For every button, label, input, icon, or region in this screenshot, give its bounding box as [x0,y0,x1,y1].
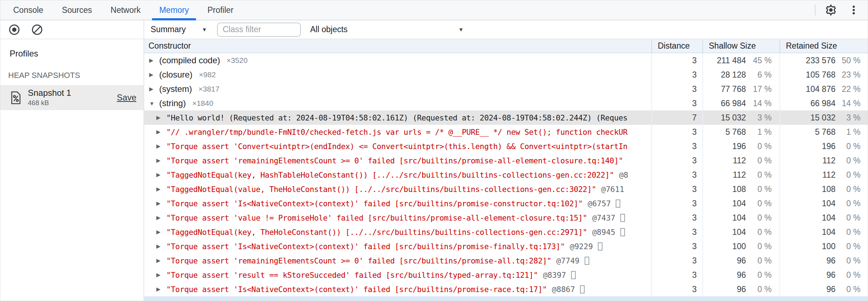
table-row[interactable]: ▶"Hello world! (Requested at: 2024-08-19… [144,110,868,125]
table-row[interactable]: ▶"Torque assert 'value != PromiseHole' f… [144,211,868,225]
constructor-cell: ▶"Torque assert 'result == kStoreSuccede… [144,268,651,282]
distance-cell: 7 [651,110,702,125]
column-header-distance[interactable]: Distance [651,39,702,53]
expand-arrow-icon[interactable]: ▶ [156,157,166,164]
table-row[interactable]: ▶"Torque assert 'Is<NativeContext>(conte… [144,282,868,296]
retained-size-cell: 960 % [779,253,868,268]
string-value: "Torque assert 'remainingElementsCount >… [166,256,551,265]
tabbar-actions [815,0,868,20]
constructor-cell: ▶"Torque assert 'Is<NativeContext>(conte… [144,282,651,296]
retained-size-cell: 1040 % [779,225,868,239]
table-row[interactable]: ▶"Torque assert 'result == kStoreSuccede… [144,268,868,282]
missing-glyph-box [585,257,589,265]
expand-arrow-icon[interactable]: ▶ [156,286,166,292]
tab-network[interactable]: Network [101,0,150,20]
expand-arrow-icon[interactable]: ▶ [156,200,166,207]
chevron-down-icon: ▼ [202,26,207,33]
constructor-cell: ▶"Torque assert 'remainingElementsCount … [144,253,651,268]
shallow-size-percent: 0 % [746,285,779,294]
table-row[interactable]: ▶"Torque assert 'Is<NativeContext>(conte… [144,239,868,253]
collapse-arrow-icon[interactable]: ▼ [149,100,159,107]
tab-memory[interactable]: Memory [150,0,198,20]
expand-arrow-icon[interactable]: ▶ [149,86,159,92]
constructor-name: (compiled code) [159,55,220,65]
table-row[interactable]: ▶(system)×3817377 76817 %104 87622 % [144,82,868,96]
shallow-size-cell: 77 76817 % [702,82,779,96]
string-value: "Torque assert 'result == kStoreSucceded… [166,271,538,280]
string-value: "Torque assert 'Is<NativeContext>(contex… [166,242,565,251]
column-header-retained-size[interactable]: Retained Size [779,39,868,53]
expand-arrow-icon[interactable]: ▶ [156,143,166,149]
table-row[interactable]: ▶"TaggedNotEqual(key, HashTableHoleConst… [144,168,868,182]
retained-size-cell: 233 57650 % [779,53,868,68]
expand-arrow-icon[interactable]: ▶ [156,186,166,192]
horizontal-scrollbar[interactable] [144,296,868,301]
three-dots-icon [848,4,860,16]
retained-size-percent: 0 % [836,156,868,166]
expand-arrow-icon[interactable]: ▶ [156,129,166,135]
expand-arrow-icon[interactable]: ▶ [156,214,166,221]
perspective-select[interactable]: Summary ▼ [148,23,211,37]
string-value: "Torque assert 'remainingElementsCount >… [166,156,623,165]
more-options-button[interactable] [846,3,861,18]
expand-arrow-icon[interactable]: ▶ [156,272,166,278]
settings-button[interactable] [823,3,838,18]
tab-console[interactable]: Console [4,0,52,20]
class-filter-input[interactable] [217,23,301,37]
constructor-cell: ▶"Torque assert 'Convert<uintptr>(endInd… [144,139,651,153]
table-row[interactable]: ▶"Torque assert 'Is<NativeContext>(conte… [144,196,868,211]
retained-size-value: 66 984 [780,99,836,108]
objects-scope-select[interactable]: All objects ▼ [310,23,467,37]
distance-cell: 3 [651,96,702,110]
shallow-size-value: 104 [703,213,746,223]
constructor-cell: ▶"TaggedNotEqual(key, TheHoleConstant())… [144,225,651,239]
distance-cell: 3 [651,268,702,282]
expand-arrow-icon[interactable]: ▶ [156,229,166,235]
devtools-memory-panel: Console Sources Network Memory Profiler [0,0,868,301]
expand-arrow-icon[interactable]: ▶ [156,257,166,264]
expand-arrow-icon[interactable]: ▶ [149,57,159,64]
tab-profiler[interactable]: Profiler [198,0,243,20]
constructor-cell: ▶"Hello world! (Requested at: 2024-08-19… [144,110,651,125]
retained-size-value: 104 [780,227,836,237]
expand-arrow-icon[interactable]: ▶ [156,172,166,178]
tab-sources[interactable]: Sources [52,0,101,20]
table-row[interactable]: ▶"// .wrangler/tmp/bundle-FmNIt0/checked… [144,125,868,139]
expand-arrow-icon[interactable]: ▶ [149,71,159,78]
snapshot-title: Snapshot 1 [28,88,71,98]
shallow-size-cell: 960 % [702,268,779,282]
retained-size-value: 15 032 [780,113,836,123]
table-row[interactable]: ▶"TaggedNotEqual(value, TheHoleConstant(… [144,182,868,196]
column-header-shallow-size[interactable]: Shallow Size [702,39,779,53]
table-row[interactable]: ▶"TaggedNotEqual(key, TheHoleConstant())… [144,225,868,239]
table-row[interactable]: ▶"Torque assert 'remainingElementsCount … [144,253,868,268]
object-id: @8397 [543,271,566,280]
retained-size-value: 233 576 [780,56,836,65]
retained-size-percent: 0 % [836,199,868,208]
retained-size-percent: 0 % [836,270,868,280]
constructor-name: (closure) [159,70,192,80]
retained-size-value: 112 [780,156,836,166]
sidebar-item-snapshot-1[interactable]: Snapshot 1 468 kB Save [0,85,143,110]
instance-count: ×982 [199,70,216,79]
retained-size-cell: 66 98414 % [779,96,868,110]
retained-size-cell: 1120 % [779,168,868,182]
table-row[interactable]: ▶"Torque assert 'remainingElementsCount … [144,153,868,168]
table-row[interactable]: ▶(closure)×982328 1286 %105 76823 % [144,68,868,82]
table-row[interactable]: ▶(compiled code)×35203211 48445 %233 576… [144,53,868,68]
sidebar-toolbar [0,20,143,39]
expand-arrow-icon[interactable]: ▶ [156,243,166,250]
table-row[interactable]: ▼(string)×1840366 98414 %66 98414 % [144,96,868,110]
save-snapshot-link[interactable]: Save [117,93,136,103]
retained-size-percent: 0 % [836,142,868,151]
expand-arrow-icon[interactable]: ▶ [156,114,166,121]
retained-size-value: 96 [780,270,836,280]
object-id: @8867 [552,285,575,294]
profiles-heading: Profiles [10,49,143,59]
record-heap-snapshot-button[interactable] [7,22,22,37]
shallow-size-cell: 960 % [702,282,779,296]
column-header-constructor[interactable]: Constructor [144,39,651,53]
string-value: "Torque assert 'Is<NativeContext>(contex… [166,199,583,208]
clear-profiles-button[interactable] [30,22,45,37]
table-row[interactable]: ▶"Torque assert 'Convert<uintptr>(endInd… [144,139,868,153]
